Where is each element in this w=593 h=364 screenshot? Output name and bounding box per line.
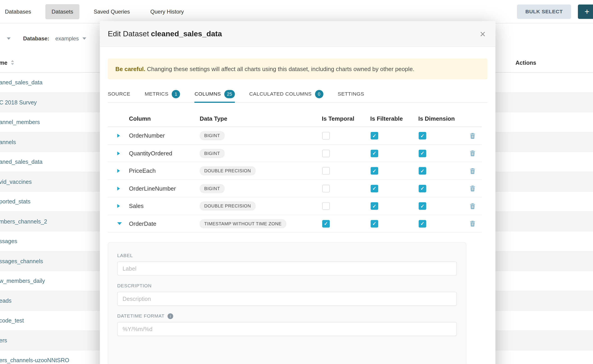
warning-bold-text: Be careful. (115, 66, 145, 72)
is-filterable-checkbox[interactable] (370, 150, 378, 157)
is-temporal-checkbox[interactable] (322, 167, 330, 175)
nav-tab-label: Saved Queries (94, 9, 130, 15)
modal-title: Edit Datasetcleaned_sales_data (108, 30, 222, 38)
close-icon[interactable]: × (480, 29, 486, 39)
trash-icon[interactable] (469, 203, 476, 209)
is-filterable-checkbox[interactable] (370, 167, 378, 175)
expand-caret-icon[interactable] (117, 204, 120, 208)
datetime-format-input[interactable] (117, 322, 457, 336)
is-temporal-checkbox[interactable] (322, 185, 330, 192)
dataset-name-link[interactable]: vid_vaccines (0, 178, 32, 185)
trash-icon[interactable] (469, 220, 476, 227)
column-name: Sales (129, 202, 200, 209)
is-temporal-checkbox[interactable] (322, 150, 330, 157)
is-filterable-header: Is Filterable (370, 115, 418, 122)
modal-tab-metrics[interactable]: METRICS 1 (145, 85, 180, 102)
is-filterable-checkbox[interactable] (370, 185, 378, 192)
modal-body: Be careful. Changing these settings will… (100, 47, 495, 364)
modal-tab-columns[interactable]: COLUMNS 25 (195, 85, 235, 102)
dataset-name-link[interactable]: C 2018 Survey (0, 99, 37, 105)
dataset-name-link[interactable]: annel_members (0, 119, 40, 125)
is-dimension-checkbox[interactable] (419, 167, 426, 175)
dataset-name-link[interactable]: aned_sales_data (0, 79, 42, 85)
dataset-name-link[interactable]: w_members_daily (0, 278, 45, 284)
column-row-orderdate: OrderDate TIMESTAMP WITHOUT TIME ZONE (108, 215, 482, 233)
nav-tab-saved-queries[interactable]: Saved Queries (87, 4, 136, 19)
column-row-ordernumber: OrderNumber BIGINT (108, 127, 482, 145)
expand-caret-icon[interactable] (117, 134, 120, 137)
dataset-name-link[interactable]: mbers_channels_2 (0, 218, 47, 224)
nav-tab-label: Datasets (52, 9, 73, 15)
label-field-label: LABEL (117, 253, 133, 258)
is-dimension-checkbox[interactable] (419, 202, 426, 210)
bulk-select-button[interactable]: BULK SELECT (517, 4, 571, 19)
column-name: QuantityOrdered (129, 150, 200, 157)
nav-tab-datasets[interactable]: Datasets (46, 4, 79, 19)
is-filterable-checkbox[interactable] (370, 202, 378, 210)
modal-title-dataset-name: cleaned_sales_data (151, 30, 222, 38)
expand-caret-icon[interactable] (117, 169, 120, 173)
description-input[interactable] (117, 292, 457, 306)
dataset-name-link[interactable]: ers_channels-uzooNNtSRO (0, 357, 69, 363)
modal-tab-label: METRICS (145, 91, 168, 97)
expand-caret-icon[interactable] (117, 222, 122, 225)
column-row-quantityordered: QuantityOrdered BIGINT (108, 144, 482, 162)
is-temporal-checkbox[interactable] (322, 202, 330, 210)
modal-tab-settings[interactable]: SETTINGS (338, 85, 364, 102)
modal-tab-source[interactable]: SOURCE (108, 85, 130, 102)
data-type-pill: BIGINT (200, 184, 224, 193)
dataset-name-link[interactable]: annels (0, 139, 16, 145)
trash-icon[interactable] (469, 168, 476, 174)
data-type-pill: TIMESTAMP WITHOUT TIME ZONE (200, 219, 286, 228)
is-dimension-checkbox[interactable] (419, 220, 426, 228)
modal-tab-calculated-columns[interactable]: CALCULATED COLUMNS 0 (249, 85, 323, 102)
add-dataset-button[interactable]: + (578, 4, 593, 19)
nav-tab-databases[interactable]: Databases (0, 4, 37, 19)
dataset-name-link[interactable]: ers (0, 337, 7, 344)
is-filterable-checkbox[interactable] (370, 132, 378, 140)
nav-tab-query-history[interactable]: Query History (144, 4, 190, 19)
modal-title-prefix: Edit Dataset (108, 30, 149, 38)
description-field-label: DESCRIPTION (117, 283, 152, 288)
dataset-name-link[interactable]: ssages_channels (0, 258, 43, 264)
is-dimension-checkbox[interactable] (419, 150, 426, 157)
app-window: DatabasesDatasetsSaved QueriesQuery Hist… (0, 0, 593, 364)
trash-icon[interactable] (469, 132, 476, 139)
modal-tabs: SOURCE METRICS 1 COLUMNS 25 CALCULATED C… (108, 85, 488, 103)
is-dimension-checkbox[interactable] (419, 132, 426, 140)
dataset-name-link[interactable]: ssages (0, 238, 17, 244)
nav-tab-label: Query History (150, 9, 184, 15)
data-type-pill: DOUBLE PRECISION (200, 166, 255, 175)
trash-icon[interactable] (469, 150, 476, 156)
is-temporal-checkbox[interactable] (322, 132, 330, 140)
column-row-orderlinenumber: OrderLineNumber BIGINT (108, 180, 482, 197)
is-dimension-checkbox[interactable] (419, 185, 426, 192)
trash-icon[interactable] (469, 185, 476, 191)
is-filterable-checkbox[interactable] (370, 220, 378, 228)
column-header: Column (129, 115, 200, 122)
name-column-header[interactable]: me (0, 59, 7, 66)
description-field-group: DESCRIPTION (117, 282, 457, 306)
label-input[interactable] (117, 262, 457, 276)
chevron-down-icon[interactable] (7, 38, 11, 40)
is-temporal-checkbox[interactable] (322, 220, 330, 228)
column-name: OrderDate (129, 220, 200, 227)
modal-tab-label: SETTINGS (338, 91, 364, 97)
column-detail-panel: LABEL DESCRIPTION DATETIME FORMAT i (108, 242, 466, 364)
datetime-format-field-label: DATETIME FORMAT i (117, 313, 173, 319)
expand-caret-icon[interactable] (117, 151, 120, 155)
top-nav: DatabasesDatasetsSaved QueriesQuery Hist… (0, 0, 593, 23)
nav-actions: BULK SELECT + (517, 4, 593, 19)
columns-rows: OrderNumber BIGINT QuantityOrdered BIGIN… (108, 127, 482, 233)
expand-caret-icon[interactable] (117, 187, 120, 190)
warning-banner: Be careful. Changing these settings will… (108, 59, 488, 80)
caret-down-icon[interactable] (83, 38, 86, 40)
is-temporal-header: Is Temporal (322, 115, 370, 122)
warning-text: Changing these settings will affect all … (145, 66, 414, 72)
database-filter-value[interactable]: examples (55, 36, 79, 42)
dataset-name-link[interactable]: aned_sales_data (0, 159, 42, 165)
sort-icon[interactable] (11, 60, 14, 65)
dataset-name-link[interactable]: ported_stats (0, 198, 30, 205)
dataset-name-link[interactable]: code_test (0, 317, 24, 324)
dataset-name-link[interactable]: eads (0, 298, 12, 304)
